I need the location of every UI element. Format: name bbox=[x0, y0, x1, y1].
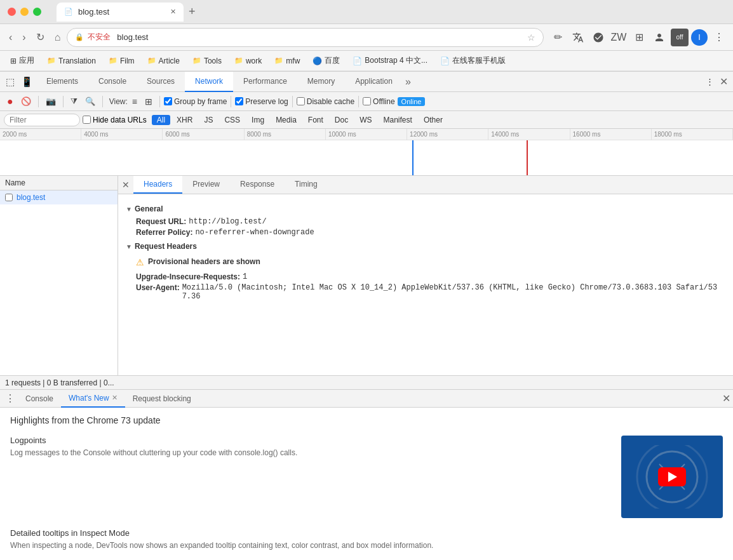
general-label: General bbox=[135, 204, 163, 213]
filter-js[interactable]: JS bbox=[199, 115, 218, 125]
back-button[interactable]: ‹ bbox=[5, 29, 16, 46]
bookmark-star-icon[interactable]: ☆ bbox=[527, 32, 535, 43]
detail-close-button[interactable]: ✕ bbox=[118, 180, 133, 190]
hide-data-urls-label[interactable]: Hide data URLs bbox=[83, 116, 147, 124]
request-headers-section-header[interactable]: ▼ Request Headers bbox=[126, 242, 725, 251]
user-icon[interactable] bbox=[650, 29, 668, 46]
browser-tab[interactable]: 📄 blog.test ✕ bbox=[57, 3, 184, 22]
home-button[interactable]: ⌂ bbox=[51, 29, 65, 46]
record-button[interactable]: ● bbox=[4, 94, 17, 109]
tab-memory-label: Memory bbox=[307, 77, 335, 86]
tab-timing[interactable]: Timing bbox=[285, 176, 328, 194]
bookmark-translation[interactable]: 📁 Translation bbox=[42, 55, 101, 67]
clear-button[interactable]: 🚫 bbox=[18, 95, 34, 108]
grid-view-button[interactable]: ⊞ bbox=[142, 95, 156, 109]
filter-all[interactable]: All bbox=[152, 115, 170, 125]
preserve-log-checkbox[interactable] bbox=[235, 97, 243, 105]
apps-button[interactable]: ⊞ 应用 bbox=[5, 54, 39, 67]
offline-checkbox[interactable] bbox=[363, 97, 371, 105]
filter-media[interactable]: Media bbox=[271, 115, 302, 125]
inspect-element-button[interactable]: ⬚ bbox=[3, 74, 18, 90]
group-by-frame-label[interactable]: Group by frame bbox=[164, 97, 227, 106]
tab-sources[interactable]: Sources bbox=[137, 72, 185, 92]
extension-icon[interactable] bbox=[589, 29, 607, 46]
devtools-settings-button[interactable]: ⋮ bbox=[703, 75, 717, 88]
apps-extension-icon[interactable]: ⊞ bbox=[630, 29, 648, 46]
bookmark-bootstrap[interactable]: 📄 Bootstrap 4 中文... bbox=[347, 54, 433, 67]
console-more-button[interactable]: ⋮ bbox=[3, 392, 18, 404]
filter-font[interactable]: Font bbox=[303, 115, 328, 125]
maximize-window-button[interactable] bbox=[33, 8, 41, 16]
tab-performance[interactable]: Performance bbox=[233, 72, 297, 92]
filter-xhr[interactable]: XHR bbox=[171, 115, 198, 125]
bookmark-mfw[interactable]: 📁 mfw bbox=[269, 55, 305, 67]
timeline-blue-line bbox=[412, 140, 414, 176]
bookmark-label: 在线客服手机版 bbox=[452, 55, 506, 66]
tab-response[interactable]: Response bbox=[230, 176, 285, 194]
preserve-log-label[interactable]: Preserve log bbox=[235, 97, 288, 106]
request-item[interactable]: blog.test bbox=[0, 190, 118, 204]
address-bar[interactable]: 🔒 不安全 blog.test ☆ bbox=[67, 28, 544, 47]
filter-input[interactable] bbox=[4, 114, 80, 126]
filter-doc[interactable]: Doc bbox=[330, 115, 353, 125]
minimize-window-button[interactable] bbox=[20, 8, 29, 16]
translate-icon[interactable] bbox=[569, 29, 587, 46]
more-tabs-button[interactable]: » bbox=[403, 76, 414, 88]
tab-headers[interactable]: Headers bbox=[133, 176, 182, 194]
console-tab-whats-new[interactable]: What's New ✕ bbox=[61, 390, 125, 408]
bookmark-baidu[interactable]: 🔵 百度 bbox=[307, 54, 345, 67]
reload-button[interactable]: ↻ bbox=[32, 29, 48, 46]
tab-network[interactable]: Network bbox=[185, 72, 233, 92]
filter-css[interactable]: CSS bbox=[219, 115, 245, 125]
filter-other[interactable]: Other bbox=[419, 115, 448, 125]
device-toggle-button[interactable]: 📱 bbox=[18, 74, 36, 90]
bookmarks-bar: ⊞ 应用 📁 Translation 📁 Film 📁 Article 📁 To… bbox=[0, 51, 733, 71]
tab-close-button[interactable]: ✕ bbox=[170, 8, 176, 16]
close-window-button[interactable] bbox=[8, 8, 16, 16]
bookmark-film[interactable]: 📁 Film bbox=[104, 55, 140, 67]
devtools-close-button[interactable]: ✕ bbox=[717, 73, 730, 90]
profile-avatar[interactable]: I bbox=[691, 29, 708, 46]
tab-console[interactable]: Console bbox=[88, 72, 137, 92]
play-button[interactable] bbox=[658, 467, 686, 486]
zw-extension-icon[interactable]: ZW bbox=[610, 29, 628, 46]
detail-content[interactable]: ▼ General Request URL: http://blog.test/… bbox=[118, 194, 733, 375]
tab-preview[interactable]: Preview bbox=[182, 176, 230, 194]
warning-icon: ⚠ bbox=[136, 257, 144, 267]
edit-icon[interactable]: ✏ bbox=[549, 29, 567, 46]
youtube-overlay[interactable] bbox=[621, 436, 723, 518]
filter-manifest[interactable]: Manifest bbox=[379, 115, 417, 125]
tab-application[interactable]: Application bbox=[345, 72, 403, 92]
tab-memory[interactable]: Memory bbox=[297, 72, 345, 92]
off-extension-icon[interactable]: off bbox=[671, 29, 689, 46]
offline-label[interactable]: Offline bbox=[363, 97, 394, 106]
disable-cache-label[interactable]: Disable cache bbox=[297, 97, 354, 106]
list-view-button[interactable]: ≡ bbox=[129, 95, 140, 109]
tab-elements[interactable]: Elements bbox=[36, 72, 88, 92]
group-by-frame-checkbox[interactable] bbox=[164, 97, 172, 105]
console-tab-request-blocking[interactable]: Request blocking bbox=[125, 390, 199, 408]
menu-button[interactable]: ⋮ bbox=[710, 29, 728, 46]
hide-data-urls-checkbox[interactable] bbox=[83, 116, 91, 124]
whats-new-content: Highlights from the Chrome 73 update Log… bbox=[0, 408, 733, 560]
bookmark-work[interactable]: 📁 work bbox=[229, 55, 267, 67]
console-tab-console[interactable]: Console bbox=[18, 390, 61, 408]
devtools-toolbar: ⬚ 📱 Elements Console Sources Network Per… bbox=[0, 72, 733, 92]
forward-button[interactable]: › bbox=[18, 29, 29, 46]
address-url[interactable]: blog.test bbox=[117, 32, 523, 42]
bookmark-article[interactable]: 📁 Article bbox=[142, 55, 185, 67]
request-checkbox[interactable] bbox=[5, 194, 13, 201]
filter-ws[interactable]: WS bbox=[354, 115, 377, 125]
new-tab-button[interactable]: + bbox=[189, 5, 196, 18]
feature-thumbnail[interactable] bbox=[621, 436, 723, 518]
disable-cache-checkbox[interactable] bbox=[297, 97, 305, 105]
filter-button[interactable]: ⧩ bbox=[67, 95, 81, 109]
console-panel-close-button[interactable]: ✕ bbox=[722, 392, 730, 404]
search-button[interactable]: 🔍 bbox=[82, 95, 98, 108]
general-section-header[interactable]: ▼ General bbox=[126, 204, 725, 213]
bookmark-tools[interactable]: 📁 Tools bbox=[187, 55, 227, 67]
filter-img[interactable]: Img bbox=[246, 115, 269, 125]
bookmark-kefu[interactable]: 📄 在线客服手机版 bbox=[435, 54, 511, 67]
whats-new-close-button[interactable]: ✕ bbox=[112, 394, 118, 402]
camera-button[interactable]: 📷 bbox=[43, 95, 59, 108]
